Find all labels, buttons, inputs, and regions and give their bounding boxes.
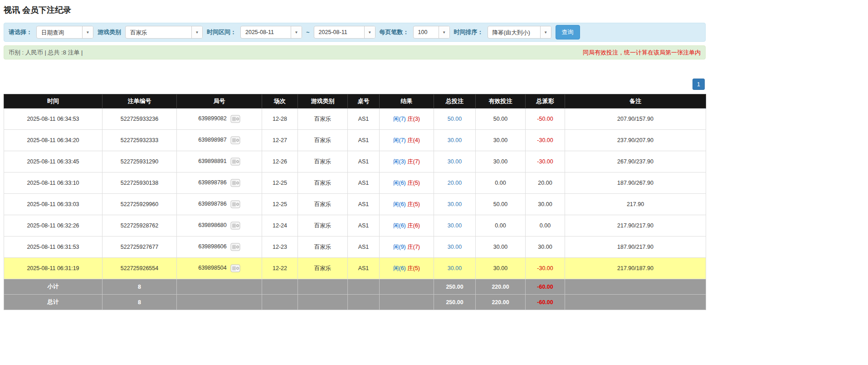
cell-total-bet[interactable]: 30.00 [434, 258, 476, 279]
header-game-type: 游戏类别 [298, 94, 348, 109]
cell-bet-id: 522725927677 [102, 237, 177, 258]
cell-session: 12-23 [262, 237, 298, 258]
page-size-label: 每页笔数： [380, 28, 409, 36]
table-row: 2025-08-11 06:34:53 522725933236 6398990… [4, 109, 706, 130]
cell-table-no: AS1 [348, 237, 380, 258]
cell-session: 12-22 [262, 258, 298, 279]
result-player: 闲(6) [393, 180, 406, 186]
round-replay-icon[interactable] [230, 136, 240, 144]
cell-total-bet[interactable]: 50.00 [434, 109, 476, 130]
cell-round-id: 639899082 [177, 109, 262, 130]
table-row: 2025-08-11 06:32:26 522725928762 6398986… [4, 215, 706, 237]
summary-valid-bet: 220.00 [476, 295, 526, 310]
cell-time: 2025-08-11 06:34:53 [4, 109, 102, 130]
table-row: 2025-08-11 06:34:20 522725932333 6398989… [4, 130, 706, 151]
chevron-down-icon[interactable]: ▼ [540, 26, 551, 38]
cell-game-type: 百家乐 [298, 173, 348, 194]
game-type-value: 百家乐 [126, 26, 191, 38]
round-replay-icon[interactable] [230, 179, 240, 187]
cell-remark: 207.90/157.90 [565, 109, 706, 130]
header-payout: 总派彩 [526, 94, 565, 109]
round-replay-icon[interactable] [230, 115, 240, 123]
cell-session: 12-28 [262, 109, 298, 130]
cell-payout: 0.00 [526, 215, 565, 237]
header-result: 结果 [380, 94, 434, 109]
round-replay-icon[interactable] [230, 243, 240, 251]
query-type-select[interactable]: 日期查询 ▼ [36, 26, 93, 39]
cell-total-bet[interactable]: 30.00 [434, 194, 476, 215]
query-type-label: 请选择： [9, 28, 32, 36]
result-player: 闲(7) [393, 116, 406, 122]
cell-table-no: AS1 [348, 151, 380, 173]
result-banker: 庄(7) [407, 158, 420, 165]
page-number-button[interactable]: 1 [692, 79, 705, 90]
chevron-down-icon[interactable]: ▼ [291, 26, 302, 38]
round-replay-icon[interactable] [230, 264, 240, 272]
currency-summary-text: 币别 : 人民币 | 总共 :8 注单 | [9, 49, 83, 57]
header-session: 场次 [262, 94, 298, 109]
chevron-down-icon[interactable]: ▼ [439, 26, 449, 38]
summary-empty-cell [262, 279, 298, 295]
game-type-select[interactable]: 百家乐 ▼ [125, 26, 203, 39]
result-banker: 庄(7) [407, 244, 420, 250]
header-round-id: 局号 [177, 94, 262, 109]
cell-total-bet[interactable]: 20.00 [434, 173, 476, 194]
cell-total-bet[interactable]: 30.00 [434, 130, 476, 151]
cell-total-bet[interactable]: 30.00 [434, 151, 476, 173]
table-header: 时间 注单编号 局号 场次 游戏类别 桌号 结果 总投注 有效投注 总派彩 备注 [4, 94, 706, 109]
chevron-down-icon[interactable]: ▼ [364, 26, 375, 38]
cell-result: 闲(6) 庄(5) [380, 173, 434, 194]
result-player: 闲(6) [393, 201, 406, 207]
cell-game-type: 百家乐 [298, 215, 348, 237]
date-to-select[interactable]: 2025-08-11 ▼ [314, 26, 375, 39]
summary-payout: -60.00 [526, 295, 565, 310]
cell-session: 12-25 [262, 173, 298, 194]
round-id-text: 639898680 [198, 222, 227, 228]
cell-time: 2025-08-11 06:31:19 [4, 258, 102, 279]
cell-valid-bet: 0.00 [476, 215, 526, 237]
cell-total-bet[interactable]: 30.00 [434, 215, 476, 237]
cell-remark: 237.90/207.90 [565, 130, 706, 151]
cell-round-id: 639898504 [177, 258, 262, 279]
cell-valid-bet: 0.00 [476, 173, 526, 194]
summary-label: 小计 [4, 279, 102, 295]
cell-result: 闲(7) 庄(3) [380, 109, 434, 130]
summary-remark [565, 295, 706, 310]
round-id-text: 639898504 [198, 265, 227, 271]
result-banker: 庄(6) [407, 222, 420, 229]
cell-game-type: 百家乐 [298, 109, 348, 130]
summary-empty-cell [348, 295, 380, 310]
round-id-text: 639898786 [198, 201, 227, 207]
date-from-select[interactable]: 2025-08-11 ▼ [240, 26, 302, 39]
summary-row: 小计 8 250.00 220.00 -60.00 [4, 279, 706, 295]
page: 视讯 会员下注纪录 请选择： 日期查询 ▼ 游戏类别 百家乐 ▼ 时间区间： 2… [0, 0, 868, 314]
summary-total-bet: 250.00 [434, 279, 476, 295]
cell-valid-bet: 30.00 [476, 258, 526, 279]
round-replay-icon[interactable] [230, 222, 240, 230]
round-replay-icon[interactable] [230, 158, 240, 166]
header-remark: 备注 [565, 94, 706, 109]
table-row: 2025-08-11 06:31:19 522725926554 6398985… [4, 258, 706, 279]
time-range-label: 时间区间： [207, 28, 236, 36]
search-button[interactable]: 查询 [556, 25, 580, 39]
summary-empty-cell [348, 279, 380, 295]
cell-session: 12-24 [262, 215, 298, 237]
cell-payout: -30.00 [526, 258, 565, 279]
sort-order-select[interactable]: 降幂(由大到小) ▼ [488, 26, 551, 39]
chevron-down-icon[interactable]: ▼ [191, 26, 202, 38]
cell-valid-bet: 30.00 [476, 130, 526, 151]
chevron-down-icon[interactable]: ▼ [82, 26, 93, 38]
cell-table-no: AS1 [348, 109, 380, 130]
page-size-select[interactable]: 100 ▼ [413, 26, 450, 39]
date-from-value: 2025-08-11 [241, 26, 291, 38]
cell-round-id: 639898786 [177, 173, 262, 194]
summary-empty-cell [177, 295, 262, 310]
cell-total-bet[interactable]: 30.00 [434, 237, 476, 258]
cell-valid-bet: 50.00 [476, 194, 526, 215]
cell-remark: 267.90/237.90 [565, 151, 706, 173]
cell-game-type: 百家乐 [298, 194, 348, 215]
result-player: 闲(6) [393, 265, 406, 271]
cell-round-id: 639898606 [177, 237, 262, 258]
summary-empty-cell [380, 295, 434, 310]
round-replay-icon[interactable] [230, 200, 240, 208]
